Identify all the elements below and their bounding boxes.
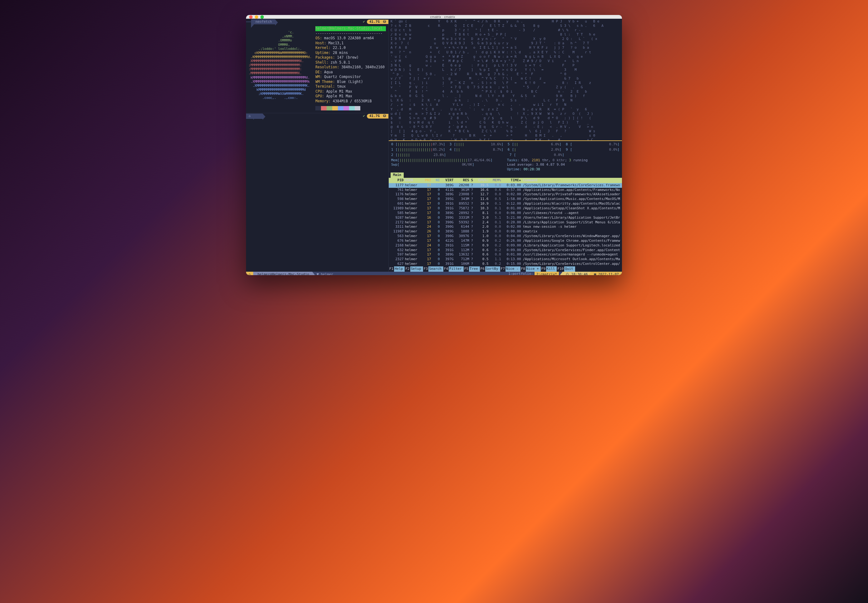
- minimize-icon[interactable]: [255, 15, 258, 19]
- column-header[interactable]: VIRT: [440, 178, 454, 183]
- traffic-lights: [249, 15, 264, 19]
- disk-icon: ⛁: [382, 20, 386, 24]
- process-row[interactable]: 632helmer170391G112M?0.60.20:09.00/Syste…: [389, 248, 622, 253]
- cpu-bars: 0[|||||||||||||||||87.3%]3[||||10.6%]5[|…: [389, 141, 622, 158]
- fkey-setup[interactable]: F2Setup: [405, 266, 423, 272]
- prompt-command: neofetch: [251, 19, 275, 25]
- maximize-icon[interactable]: [260, 15, 264, 19]
- process-row[interactable]: 597helmer170389G13632?0.60.00:01.00/usr/…: [389, 252, 622, 257]
- htop-tab[interactable]: Main: [391, 173, 404, 178]
- palette-swatch: [338, 106, 343, 110]
- tmux-tab-active[interactable]: 2:cmatrix*: [535, 272, 559, 275]
- cmatrix-output: K ` @o ( Y 6 X K ' ^ < / h 0 R y n . H P…: [389, 19, 622, 141]
- fkey-search[interactable]: F3Search: [423, 266, 443, 272]
- status-session: ♥ helmer: [312, 272, 336, 275]
- fkey-quit[interactable]: F10Quit: [557, 266, 575, 272]
- check-icon: ✔: [361, 114, 367, 119]
- terminal-window: cmatrix · cmatrix neofetch ✔ 41.7G ⛁ 'c.…: [246, 15, 622, 275]
- process-row[interactable]: 11989helmer170391G75872?10.30.10:01.00/A…: [389, 206, 622, 211]
- status-time: ⏲ 18:30:46: [563, 272, 591, 275]
- pane-header-top: neofetch ✔ 41.7G ⛁: [246, 19, 388, 25]
- terminal-body: neofetch ✔ 41.7G ⛁ 'c. ,xNMM. .OMMMMo OM…: [246, 19, 622, 275]
- tasks: Tasks: Tasks: 630, 2101 thr, 0 kthr; 3 r…: [507, 158, 620, 163]
- disk-badge: 41.7G ⛁: [367, 20, 388, 24]
- window-title: cmatrix · cmatrix: [266, 15, 619, 19]
- prompt-empty: [253, 114, 263, 119]
- pane-header-lower: ⌂ ✔ 41.7G ⛁: [246, 113, 388, 119]
- disk-icon: ⛁: [382, 114, 386, 118]
- empty-pane[interactable]: [246, 119, 388, 272]
- status-host: helmer@Helmers-Mac-Studio: [253, 272, 313, 275]
- color-palette: [315, 106, 386, 110]
- process-row[interactable]: 1177helmer1717389G28208?39.50.00:03.00/S…: [389, 183, 622, 188]
- fkey-sortby[interactable]: F6SortBy: [480, 266, 500, 272]
- htop-header[interactable]: PIDUSERPRINIVIRTRESSCPU%▽MEM%TIME+Comman…: [389, 178, 622, 183]
- apple-icon: ⌂: [246, 114, 253, 119]
- process-row[interactable]: 3311helmer240390G6144?2.00.00:02.00tmux …: [389, 224, 622, 229]
- uptime: Uptime: 00:28:38: [507, 167, 620, 172]
- apple-icon: [246, 22, 251, 22]
- column-header[interactable]: S: [469, 178, 475, 183]
- column-header[interactable]: Command: [521, 178, 620, 183]
- htop-fkeys: F1HelpF2SetupF3SearchF4FilterF5TreeF6Sor…: [389, 266, 622, 272]
- tmux-tab[interactable]: 1:portfolio-: [508, 272, 533, 275]
- process-row[interactable]: 563helmer170390G30976?1.00.00:04.00/Syst…: [389, 234, 622, 239]
- mem-label: Mem: [391, 158, 397, 162]
- fkey-tree[interactable]: F5Tree: [463, 266, 480, 272]
- column-header[interactable]: RES: [454, 178, 469, 183]
- left-pane[interactable]: neofetch ✔ 41.7G ⛁ 'c. ,xNMM. .OMMMMo OM…: [246, 19, 389, 272]
- htop[interactable]: 0[|||||||||||||||||87.3%]3[||||10.6%]5[|…: [389, 141, 622, 272]
- process-row[interactable]: 9287helmer160399G3331M?3.05.15:21.00/Use…: [389, 216, 622, 220]
- close-icon[interactable]: [249, 15, 253, 19]
- fkey-help[interactable]: F1Help: [389, 266, 405, 272]
- process-row[interactable]: 11987helmer260389G1888?1.90.00:00.00cmat…: [389, 229, 622, 234]
- palette-swatch: [321, 106, 327, 110]
- swp-label: Swp: [391, 162, 397, 167]
- neofetch-ascii: 'c. ,xNMM. .OMMMMo OMMM0, .;loddo:' lool…: [248, 26, 312, 110]
- divider: -------------------------------: [315, 31, 386, 36]
- neofetch-info: helmer@Helmers-Mac-Studio.local --------…: [315, 26, 386, 110]
- tmux-panes: neofetch ✔ 41.7G ⛁ 'c. ,xNMM. .OMMMMo OM…: [246, 19, 622, 272]
- fkey-filter[interactable]: F4Filter: [443, 266, 463, 272]
- process-list[interactable]: 1177helmer1717389G28208?39.50.00:03.00/S…: [389, 183, 622, 266]
- palette-swatch: [355, 106, 360, 110]
- process-row[interactable]: 627helmer170391G106M?0.50.20:15.00/Syste…: [389, 262, 622, 266]
- tmux-statusbar[interactable]: ⌂ helmer@Helmers-Mac-Studio ♥ helmer 1:p…: [246, 272, 622, 275]
- process-row[interactable]: 1176helmer170389G23008?12.70.00:02.00/Sy…: [389, 192, 622, 197]
- fkey-kill[interactable]: F9Kill: [541, 266, 557, 272]
- column-header[interactable]: PRI: [421, 178, 431, 183]
- fkey-nice[interactable]: F8Nice +: [521, 266, 541, 272]
- palette-swatch: [343, 106, 349, 110]
- palette-swatch: [315, 106, 321, 110]
- hostline: helmer@Helmers-Mac-Studio.local: [315, 26, 386, 31]
- load-average: Load average: 3.08 4.87 9.04: [507, 162, 620, 167]
- neofetch-output: 'c. ,xNMM. .OMMMMo OMMM0, .;loddo:' lool…: [246, 25, 388, 113]
- process-row[interactable]: 676helmer170422G147M?0.90.20:26.00/Appli…: [389, 239, 622, 243]
- column-header[interactable]: TIME+: [501, 178, 521, 183]
- tmux-tabs[interactable]: 1:portfolio- 2:cmatrix*: [508, 272, 563, 275]
- palette-swatch: [332, 106, 338, 110]
- titlebar[interactable]: cmatrix · cmatrix: [246, 15, 622, 19]
- host-icon: ⌂: [246, 272, 253, 275]
- column-header[interactable]: NI: [431, 178, 440, 183]
- column-header[interactable]: MEM%: [489, 178, 501, 183]
- process-row[interactable]: 585helmer170389G28992?8.10.00:08.00/usr/…: [389, 211, 622, 216]
- fkey-nice[interactable]: F7Nice -: [500, 266, 521, 272]
- right-pane[interactable]: K ` @o ( Y 6 X K ' ^ < / h 0 R y n . H P…: [389, 19, 622, 272]
- check-icon: ✔: [361, 20, 367, 24]
- process-row[interactable]: 2172helmer170390G59392?2.40.10:20.00/Lib…: [389, 220, 622, 225]
- palette-swatch: [349, 106, 355, 110]
- process-row[interactable]: 601helmer170391G89552?10.90.10:12.00/App…: [389, 201, 622, 206]
- disk-badge: 41.7G ⛁: [367, 114, 388, 119]
- column-header[interactable]: CPU%▽: [475, 178, 489, 183]
- column-header[interactable]: PID: [391, 178, 405, 183]
- process-row[interactable]: 761helmer170411G361M?16.60.60:57.00/Appl…: [389, 188, 622, 192]
- process-row[interactable]: 2168helmer240391G115M?0.90.20:09.00/Libr…: [389, 243, 622, 248]
- process-row[interactable]: 2327helmer170397G712M?0.51.10:13.00/Appl…: [389, 257, 622, 262]
- status-date: ▦ 2022-11-07: [591, 272, 622, 275]
- palette-swatch: [327, 106, 332, 110]
- process-row[interactable]: 598helmer170395G343M?11.60.51:58.00/Syst…: [389, 197, 622, 201]
- column-header[interactable]: USER: [405, 178, 421, 183]
